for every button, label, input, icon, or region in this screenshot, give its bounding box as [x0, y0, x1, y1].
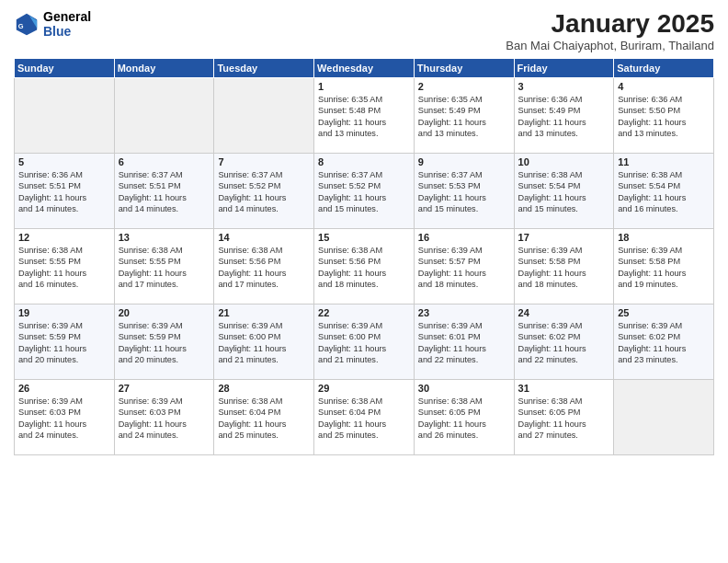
day-info: Sunrise: 6:38 AM Sunset: 5:55 PM Dayligh… [119, 245, 210, 291]
day-info: Sunrise: 6:37 AM Sunset: 5:52 PM Dayligh… [218, 169, 310, 215]
weekday-header-sunday: Sunday [15, 59, 115, 78]
calendar-cell: 17Sunrise: 6:39 AM Sunset: 5:58 PM Dayli… [514, 229, 614, 304]
day-info: Sunrise: 6:36 AM Sunset: 5:51 PM Dayligh… [18, 169, 110, 215]
calendar-cell: 25Sunrise: 6:39 AM Sunset: 6:02 PM Dayli… [614, 304, 714, 380]
day-info: Sunrise: 6:37 AM Sunset: 5:53 PM Dayligh… [418, 169, 510, 215]
day-info: Sunrise: 6:39 AM Sunset: 6:03 PM Dayligh… [18, 396, 110, 442]
day-number: 14 [218, 232, 310, 243]
calendar-cell: 8Sunrise: 6:37 AM Sunset: 5:52 PM Daylig… [314, 154, 415, 229]
day-info: Sunrise: 6:39 AM Sunset: 5:59 PM Dayligh… [18, 320, 110, 366]
weekday-row: SundayMondayTuesdayWednesdayThursdayFrid… [15, 59, 714, 78]
calendar-title: January 2025 [506, 9, 714, 39]
calendar-subtitle: Ban Mai Chaiyaphot, Buriram, Thailand [506, 39, 714, 52]
day-number: 10 [518, 156, 610, 167]
day-info: Sunrise: 6:39 AM Sunset: 6:02 PM Dayligh… [518, 320, 610, 366]
day-number: 13 [119, 232, 210, 243]
logo-line2: Blue [43, 24, 91, 39]
day-info: Sunrise: 6:37 AM Sunset: 5:52 PM Dayligh… [318, 169, 410, 215]
logo-text: General Blue [43, 9, 91, 39]
logo-icon: G [14, 11, 40, 37]
calendar-cell: 9Sunrise: 6:37 AM Sunset: 5:53 PM Daylig… [414, 154, 514, 229]
week-row-3: 12Sunrise: 6:38 AM Sunset: 5:55 PM Dayli… [15, 229, 714, 304]
day-info: Sunrise: 6:38 AM Sunset: 6:05 PM Dayligh… [518, 396, 610, 442]
day-info: Sunrise: 6:39 AM Sunset: 5:57 PM Dayligh… [418, 245, 510, 291]
calendar-cell: 29Sunrise: 6:38 AM Sunset: 6:04 PM Dayli… [314, 380, 415, 455]
week-row-1: 1Sunrise: 6:35 AM Sunset: 5:48 PM Daylig… [15, 78, 714, 154]
day-number: 8 [318, 156, 410, 167]
day-info: Sunrise: 6:39 AM Sunset: 6:03 PM Dayligh… [119, 396, 210, 442]
calendar-cell [15, 78, 115, 154]
day-number: 7 [218, 156, 310, 167]
day-number: 17 [518, 232, 610, 243]
day-number: 16 [418, 232, 510, 243]
calendar-cell: 11Sunrise: 6:38 AM Sunset: 5:54 PM Dayli… [614, 154, 714, 229]
calendar-cell: 5Sunrise: 6:36 AM Sunset: 5:51 PM Daylig… [15, 154, 115, 229]
calendar-cell: 26Sunrise: 6:39 AM Sunset: 6:03 PM Dayli… [15, 380, 115, 455]
calendar-cell: 3Sunrise: 6:36 AM Sunset: 5:49 PM Daylig… [514, 78, 614, 154]
day-number: 28 [218, 383, 310, 394]
day-number: 21 [218, 307, 310, 318]
week-row-5: 26Sunrise: 6:39 AM Sunset: 6:03 PM Dayli… [15, 380, 714, 455]
day-info: Sunrise: 6:39 AM Sunset: 5:59 PM Dayligh… [119, 320, 210, 366]
day-info: Sunrise: 6:39 AM Sunset: 6:00 PM Dayligh… [318, 320, 410, 366]
day-number: 4 [618, 81, 710, 92]
header: G General Blue January 2025 Ban Mai Chai… [14, 9, 714, 52]
calendar-cell [214, 78, 314, 154]
day-info: Sunrise: 6:39 AM Sunset: 5:58 PM Dayligh… [618, 245, 710, 291]
calendar-cell: 19Sunrise: 6:39 AM Sunset: 5:59 PM Dayli… [15, 304, 115, 380]
calendar-cell: 6Sunrise: 6:37 AM Sunset: 5:51 PM Daylig… [114, 154, 214, 229]
day-info: Sunrise: 6:39 AM Sunset: 6:02 PM Dayligh… [618, 320, 710, 366]
week-row-2: 5Sunrise: 6:36 AM Sunset: 5:51 PM Daylig… [15, 154, 714, 229]
day-info: Sunrise: 6:38 AM Sunset: 6:04 PM Dayligh… [218, 396, 310, 442]
calendar-cell: 4Sunrise: 6:36 AM Sunset: 5:50 PM Daylig… [614, 78, 714, 154]
day-info: Sunrise: 6:35 AM Sunset: 5:48 PM Dayligh… [318, 94, 410, 140]
weekday-header-friday: Friday [514, 59, 614, 78]
day-number: 29 [318, 383, 410, 394]
day-info: Sunrise: 6:38 AM Sunset: 6:04 PM Dayligh… [318, 396, 410, 442]
day-info: Sunrise: 6:38 AM Sunset: 5:54 PM Dayligh… [518, 169, 610, 215]
day-info: Sunrise: 6:38 AM Sunset: 5:56 PM Dayligh… [218, 245, 310, 291]
calendar-cell: 27Sunrise: 6:39 AM Sunset: 6:03 PM Dayli… [114, 380, 214, 455]
day-info: Sunrise: 6:38 AM Sunset: 5:55 PM Dayligh… [18, 245, 110, 291]
day-info: Sunrise: 6:39 AM Sunset: 6:01 PM Dayligh… [418, 320, 510, 366]
calendar-cell: 28Sunrise: 6:38 AM Sunset: 6:04 PM Dayli… [214, 380, 314, 455]
day-info: Sunrise: 6:38 AM Sunset: 6:05 PM Dayligh… [418, 396, 510, 442]
day-info: Sunrise: 6:36 AM Sunset: 5:49 PM Dayligh… [518, 94, 610, 140]
calendar-cell: 30Sunrise: 6:38 AM Sunset: 6:05 PM Dayli… [414, 380, 514, 455]
day-info: Sunrise: 6:36 AM Sunset: 5:50 PM Dayligh… [618, 94, 710, 140]
day-number: 6 [119, 156, 210, 167]
logo: G General Blue [14, 9, 91, 39]
calendar-cell [614, 380, 714, 455]
calendar-cell: 13Sunrise: 6:38 AM Sunset: 5:55 PM Dayli… [114, 229, 214, 304]
day-number: 2 [418, 81, 510, 92]
day-info: Sunrise: 6:38 AM Sunset: 5:54 PM Dayligh… [618, 169, 710, 215]
day-number: 3 [518, 81, 610, 92]
day-number: 30 [418, 383, 510, 394]
calendar-cell: 15Sunrise: 6:38 AM Sunset: 5:56 PM Dayli… [314, 229, 415, 304]
day-number: 15 [318, 232, 410, 243]
calendar-cell: 12Sunrise: 6:38 AM Sunset: 5:55 PM Dayli… [15, 229, 115, 304]
calendar-cell: 10Sunrise: 6:38 AM Sunset: 5:54 PM Dayli… [514, 154, 614, 229]
day-number: 26 [18, 383, 110, 394]
day-info: Sunrise: 6:39 AM Sunset: 5:58 PM Dayligh… [518, 245, 610, 291]
page: G General Blue January 2025 Ban Mai Chai… [0, 0, 728, 563]
calendar-cell [114, 78, 214, 154]
weekday-header-saturday: Saturday [614, 59, 714, 78]
day-number: 18 [618, 232, 710, 243]
calendar-cell: 23Sunrise: 6:39 AM Sunset: 6:01 PM Dayli… [414, 304, 514, 380]
calendar-cell: 20Sunrise: 6:39 AM Sunset: 5:59 PM Dayli… [114, 304, 214, 380]
calendar-cell: 7Sunrise: 6:37 AM Sunset: 5:52 PM Daylig… [214, 154, 314, 229]
calendar-body: 1Sunrise: 6:35 AM Sunset: 5:48 PM Daylig… [15, 78, 714, 455]
day-number: 27 [119, 383, 210, 394]
weekday-header-tuesday: Tuesday [214, 59, 314, 78]
calendar-cell: 16Sunrise: 6:39 AM Sunset: 5:57 PM Dayli… [414, 229, 514, 304]
day-info: Sunrise: 6:39 AM Sunset: 6:00 PM Dayligh… [218, 320, 310, 366]
weekday-header-monday: Monday [114, 59, 214, 78]
title-block: January 2025 Ban Mai Chaiyaphot, Buriram… [506, 9, 714, 52]
calendar-cell: 2Sunrise: 6:35 AM Sunset: 5:49 PM Daylig… [414, 78, 514, 154]
calendar-cell: 24Sunrise: 6:39 AM Sunset: 6:02 PM Dayli… [514, 304, 614, 380]
day-number: 22 [318, 307, 410, 318]
day-number: 25 [618, 307, 710, 318]
day-number: 9 [418, 156, 510, 167]
calendar-cell: 18Sunrise: 6:39 AM Sunset: 5:58 PM Dayli… [614, 229, 714, 304]
